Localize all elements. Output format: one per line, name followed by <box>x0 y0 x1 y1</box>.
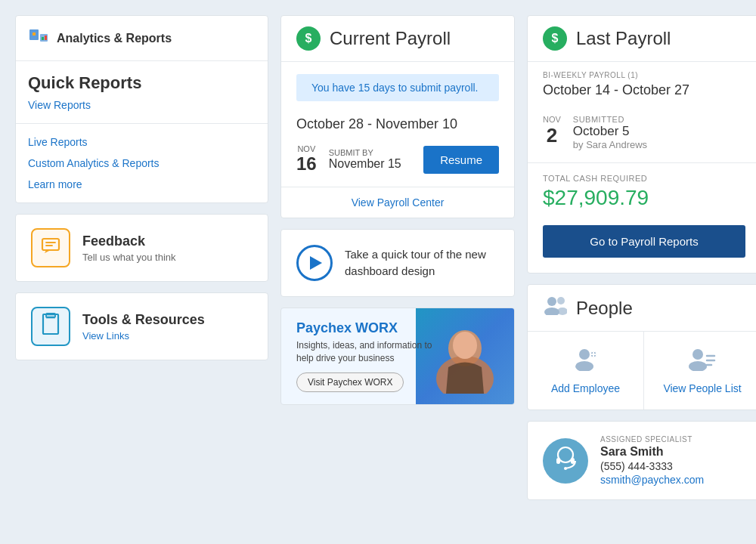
payroll-day-number: 16 <box>296 153 317 175</box>
people-card: People Add Employee <box>527 284 756 410</box>
analytics-reports-card: Analytics & Reports Quick Reports View R… <box>15 15 268 203</box>
analytics-header: Analytics & Reports <box>16 16 268 61</box>
feedback-card[interactable]: Feedback Tell us what you think <box>15 214 268 282</box>
feedback-icon-wrapper <box>31 228 70 267</box>
submit-by-date: November 15 <box>329 157 401 171</box>
worx-content: Paychex WORX Insights, ideas, and inform… <box>281 308 514 404</box>
play-button[interactable] <box>296 245 333 281</box>
svg-rect-4 <box>45 36 47 40</box>
tools-icon-wrapper <box>31 307 70 346</box>
last-payroll-dollar-icon: $ <box>543 26 567 51</box>
specialist-info: ASSIGNED SPECIALIST Sara Smith (555) 444… <box>600 435 704 486</box>
worx-title: Paychex WORX <box>296 320 499 336</box>
analytics-title: Analytics & Reports <box>57 32 172 45</box>
svg-point-31 <box>564 467 567 470</box>
headset-icon <box>552 444 579 477</box>
last-payroll-header: $ Last Payroll <box>528 16 756 62</box>
people-title: People <box>576 298 633 319</box>
tools-title: Tools & Resources <box>82 312 205 328</box>
play-triangle-icon <box>310 256 322 270</box>
submit-by-label: SUBMIT BY <box>329 148 401 157</box>
worx-card: Paychex WORX Insights, ideas, and inform… <box>280 308 515 405</box>
analytics-links: Live Reports Custom Analytics & Reports … <box>16 124 268 202</box>
total-cash-section: TOTAL CASH REQUIRED $27,909.79 <box>528 163 756 221</box>
visit-worx-button[interactable]: Visit Paychex WORX <box>296 372 404 392</box>
current-payroll-card: $ Current Payroll You have 15 days to su… <box>280 15 515 218</box>
svg-rect-3 <box>42 37 44 40</box>
feedback-subtitle: Tell us what you think <box>82 252 176 263</box>
tools-icon <box>41 313 60 340</box>
middle-column: $ Current Payroll You have 15 days to su… <box>280 15 515 500</box>
people-header: People <box>528 285 756 332</box>
submitted-day-number: 2 <box>547 124 557 147</box>
submitted-label: SUBMITTED <box>573 115 647 124</box>
svg-point-23 <box>692 349 703 360</box>
svg-point-18 <box>579 349 590 360</box>
payroll-submit-row: NOV 16 SUBMIT BY November 15 Resume <box>281 137 514 187</box>
left-column: Analytics & Reports Quick Reports View R… <box>15 15 268 500</box>
dollar-icon: $ <box>296 26 321 51</box>
feedback-text: Feedback Tell us what you think <box>82 233 176 263</box>
tools-text: Tools & Resources View Links <box>82 312 205 342</box>
svg-point-14 <box>547 297 556 306</box>
feedback-title: Feedback <box>82 233 176 249</box>
submitted-date: October 5 <box>573 124 647 139</box>
tools-card[interactable]: Tools & Resources View Links <box>15 292 268 360</box>
total-cash-amount: $27,909.79 <box>543 186 745 210</box>
custom-analytics-link[interactable]: Custom Analytics & Reports <box>28 157 256 169</box>
svg-point-16 <box>557 297 565 304</box>
quick-reports-title: Quick Reports <box>28 73 256 93</box>
people-actions: Add Employee View People List <box>528 332 756 410</box>
last-payroll-card: $ Last Payroll BI-WEEKLY PAYROLL (1) Oct… <box>527 15 756 274</box>
svg-rect-5 <box>42 239 59 250</box>
biweekly-label: BI-WEEKLY PAYROLL (1) <box>528 62 756 82</box>
dashboard: Analytics & Reports Quick Reports View R… <box>15 15 741 500</box>
view-people-icon <box>689 347 716 376</box>
svg-rect-29 <box>556 458 560 464</box>
payroll-month-day: NOV 16 <box>296 144 317 175</box>
worx-subtitle: Insights, ideas, and information to help… <box>296 339 448 365</box>
specialist-inner: ASSIGNED SPECIALIST Sara Smith (555) 444… <box>528 422 756 499</box>
svg-rect-1 <box>33 32 36 36</box>
submitted-month-day: NOV 2 <box>543 115 561 147</box>
svg-point-19 <box>575 361 593 371</box>
svg-rect-30 <box>571 458 575 464</box>
add-employee-icon <box>572 347 600 376</box>
go-to-payroll-button[interactable]: Go to Payroll Reports <box>543 225 745 258</box>
people-icon <box>543 295 567 320</box>
view-reports-link[interactable]: View Reports <box>28 99 91 111</box>
specialist-email[interactable]: ssmith@paychex.com <box>600 474 704 486</box>
specialist-card: ASSIGNED SPECIALIST Sara Smith (555) 444… <box>527 421 756 500</box>
feedback-icon <box>40 235 61 261</box>
specialist-avatar <box>543 438 588 484</box>
current-payroll-title: Current Payroll <box>330 28 451 49</box>
view-people-list-label: View People List <box>663 382 741 394</box>
tour-text: Take a quick tour of the new dashboard d… <box>345 246 499 280</box>
add-employee-action[interactable]: Add Employee <box>528 332 644 410</box>
analytics-icon <box>28 26 49 50</box>
resume-button[interactable]: Resume <box>423 146 499 174</box>
live-reports-link[interactable]: Live Reports <box>28 136 256 148</box>
tools-view-links[interactable]: View Links <box>82 330 205 342</box>
payroll-dates: October 28 - November 10 <box>281 109 514 137</box>
submit-by-section: SUBMIT BY November 15 <box>329 148 401 171</box>
right-column: $ Last Payroll BI-WEEKLY PAYROLL (1) Oct… <box>527 15 756 500</box>
view-people-list-action[interactable]: View People List <box>644 332 756 410</box>
quick-reports-section: Quick Reports View Reports <box>16 61 268 124</box>
specialist-name: Sara Smith <box>600 445 704 459</box>
add-employee-label: Add Employee <box>551 382 620 394</box>
submitted-info: SUBMITTED October 5 by Sara Andrews <box>573 115 647 150</box>
learn-more-link[interactable]: Learn more <box>28 178 256 190</box>
submitted-row: NOV 2 SUBMITTED October 5 by Sara Andrew… <box>528 107 756 163</box>
view-payroll-center-link[interactable]: View Payroll Center <box>281 187 514 218</box>
specialist-label: ASSIGNED SPECIALIST <box>600 435 704 444</box>
tour-card[interactable]: Take a quick tour of the new dashboard d… <box>280 229 515 297</box>
payroll-alert: You have 15 days to submit payroll. <box>296 74 499 101</box>
submitted-by: by Sara Andrews <box>573 139 647 150</box>
submitted-month-label: NOV <box>543 115 561 124</box>
total-cash-label: TOTAL CASH REQUIRED <box>543 174 745 183</box>
payroll-month-label: NOV <box>297 144 315 153</box>
svg-point-24 <box>689 361 707 371</box>
payroll-header: $ Current Payroll <box>281 16 514 62</box>
last-payroll-title: Last Payroll <box>576 28 671 49</box>
